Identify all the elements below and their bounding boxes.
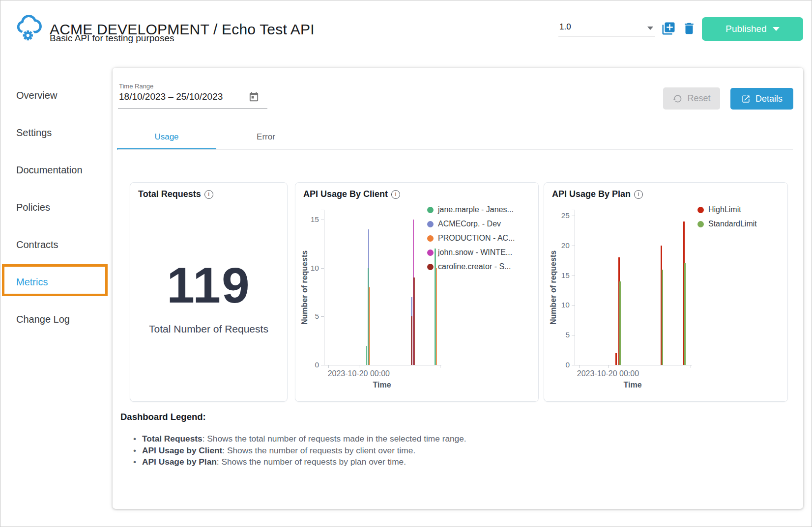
y-tick-mark	[321, 210, 324, 210]
bar	[662, 270, 663, 365]
chart-legend: HighLimitStandardLimit	[697, 205, 757, 228]
tab-usage[interactable]: Usage	[117, 124, 216, 150]
legend-label: ACMECorp. - Dev	[438, 220, 501, 228]
total-requests-card: Total Requests i 119 Total Number of Req…	[130, 182, 288, 402]
trash-icon	[682, 21, 696, 36]
tab-bar: Usage Error	[117, 124, 316, 150]
y-axis-title: Number of requests	[548, 210, 559, 365]
legend-color-dot	[697, 221, 704, 227]
details-button[interactable]: Details	[730, 88, 793, 110]
legend-term: API Usage by Plan	[142, 457, 217, 467]
legend-desc: : Shows the total number of requests mad…	[203, 434, 466, 444]
legend-desc: : Shows the number of requests by plan o…	[217, 457, 406, 467]
time-range-field[interactable]: Time Range 18/10/2023 – 25/10/2023	[118, 83, 267, 109]
bar	[369, 287, 370, 365]
time-range-value: 18/10/2023 – 25/10/2023	[119, 91, 223, 102]
legend-item[interactable]: StandardLimit	[697, 220, 757, 228]
client-usage-chart: 0510152023-10-20 00:00TimeNumber of requ…	[295, 183, 538, 401]
calendar-icon[interactable]	[248, 91, 260, 103]
add-version-button[interactable]	[661, 21, 676, 36]
chevron-down-icon	[773, 27, 780, 31]
sidebar-item-documentation[interactable]: Documentation	[0, 151, 108, 189]
x-axis	[324, 365, 441, 365]
card-title: Total Requests i	[138, 189, 213, 199]
bar	[615, 353, 617, 365]
info-icon[interactable]: i	[204, 190, 213, 199]
total-requests-caption: Total Number of Requests	[130, 323, 287, 335]
chart-legend: jane.marple - Janes...ACMECorp. - DevPRO…	[427, 205, 515, 271]
dashboard-legend-heading: Dashboard Legend:	[120, 412, 206, 422]
tab-bar-divider	[117, 149, 793, 150]
x-tick-mark	[579, 365, 580, 368]
legend-item[interactable]: john.snow - WINTE...	[427, 248, 515, 257]
sidebar-item-settings[interactable]: Settings	[0, 114, 108, 151]
total-requests-title: Total Requests	[138, 189, 201, 199]
x-tick-mark	[691, 365, 691, 368]
app-window: ACME DEVELOPMENT / Echo Test API Basic A…	[0, 0, 812, 527]
y-axis	[575, 210, 575, 365]
legend-label: PRODUCTION - AC...	[438, 234, 515, 243]
bar	[436, 268, 437, 365]
y-tick-mark	[572, 246, 575, 246]
x-tick-mark	[328, 365, 329, 368]
sidebar-item-contracts[interactable]: Contracts	[0, 226, 108, 263]
total-requests-value: 119	[130, 260, 287, 310]
api-usage-by-client-card: API Usage By Client i 0510152023-10-20 0…	[295, 182, 539, 402]
x-axis	[575, 365, 692, 365]
plan-usage-chart: 05101520252023-10-20 00:00TimeNumber of …	[544, 183, 787, 401]
details-label: Details	[755, 94, 783, 104]
y-tick-mark	[321, 316, 324, 317]
published-status-label: Published	[725, 24, 766, 34]
y-tick-mark	[572, 335, 575, 335]
y-tick-mark	[572, 216, 575, 216]
legend-label: john.snow - WINTE...	[438, 248, 512, 257]
api-usage-by-plan-card: API Usage By Plan i 05101520252023-10-20…	[544, 182, 788, 402]
legend-item[interactable]: caroline.creator - S...	[427, 262, 515, 271]
sidebar-item-overview[interactable]: Overview	[0, 77, 108, 114]
legend-item[interactable]: HighLimit	[697, 205, 757, 214]
x-axis-title: Time	[324, 381, 440, 389]
legend-color-dot	[427, 264, 434, 270]
dashboard-legend-item: API Usage by Plan: Shows the number of r…	[133, 456, 466, 468]
reset-button[interactable]: Reset	[663, 87, 720, 110]
bar	[619, 281, 621, 365]
legend-item[interactable]: ACMECorp. - Dev	[427, 220, 515, 228]
x-tick-mark	[359, 365, 359, 368]
restore-arrow-icon	[672, 94, 682, 104]
x-tick-mark	[608, 365, 609, 368]
bar	[413, 277, 415, 365]
legend-desc: : Shows the number of requests by client…	[222, 445, 415, 455]
legend-label: HighLimit	[708, 205, 741, 214]
page-subtitle: Basic API for testing purposes	[50, 33, 174, 44]
sidebar-item-metrics[interactable]: Metrics	[0, 263, 108, 301]
legend-item[interactable]: jane.marple - Janes...	[427, 205, 515, 214]
y-tick-mark	[572, 210, 575, 210]
sidebar-item-policies[interactable]: Policies	[0, 189, 108, 226]
x-tick-label: 2023-10-20 00:00	[561, 369, 655, 378]
cloud-gear-logo-icon	[14, 12, 43, 43]
tab-error[interactable]: Error	[216, 124, 316, 150]
metrics-panel: Time Range 18/10/2023 – 25/10/2023 Reset…	[113, 68, 803, 509]
dashboard-legend-item: API Usage by Client: Shows the number of…	[133, 445, 466, 457]
sidebar-item-changelog[interactable]: Change Log	[0, 301, 108, 338]
legend-color-dot	[697, 207, 704, 213]
legend-color-dot	[427, 235, 434, 242]
version-select[interactable]: 1.0	[558, 20, 655, 36]
y-tick-mark	[321, 268, 324, 269]
delete-api-button[interactable]	[682, 21, 696, 36]
y-tick-mark	[572, 305, 575, 305]
legend-item[interactable]: PRODUCTION - AC...	[427, 234, 515, 243]
bar	[411, 316, 412, 365]
legend-color-dot	[427, 250, 434, 256]
chevron-down-icon	[647, 27, 653, 30]
version-select-value: 1.0	[559, 22, 571, 32]
time-range-label: Time Range	[119, 83, 153, 90]
y-tick-mark	[572, 276, 575, 276]
dashboard-legend-item: Total Requests: Shows the total number o…	[133, 433, 466, 445]
legend-term: API Usage by Client	[142, 445, 222, 455]
legend-label: StandardLimit	[708, 220, 757, 228]
add-copy-icon	[661, 21, 676, 36]
sidebar-nav: Overview Settings Documentation Policies…	[0, 77, 108, 338]
reset-label: Reset	[687, 93, 710, 104]
published-status-button[interactable]: Published	[702, 17, 803, 41]
